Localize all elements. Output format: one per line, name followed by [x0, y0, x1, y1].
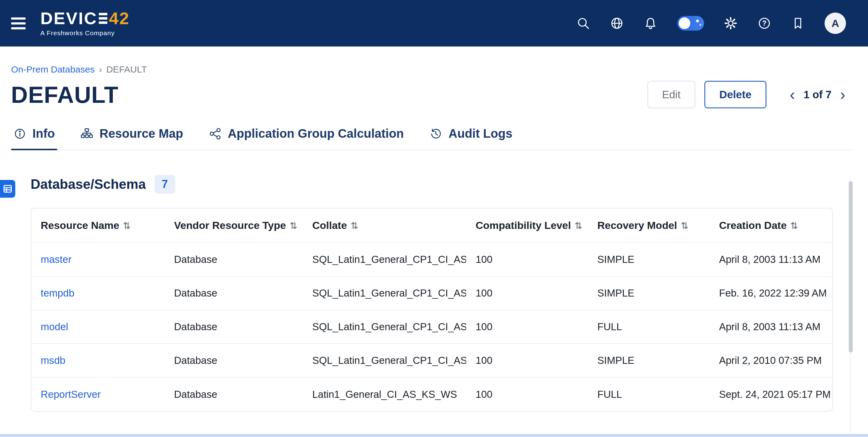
- info-icon: [13, 127, 26, 140]
- logo-text-primary: DEVIC: [40, 10, 97, 27]
- cell-vendor-resource-type: Database: [164, 276, 303, 310]
- cell-creation-date: April 8, 2003 11:13 AM: [710, 310, 832, 344]
- table-row: msdb Database SQL_Latin1_General_CP1_CI_…: [31, 344, 832, 377]
- next-record-button[interactable]: ›: [839, 87, 846, 103]
- audit-logs-history-icon: [429, 127, 442, 140]
- tab-audit-logs[interactable]: Audit Logs: [427, 127, 515, 150]
- section-quicknav-button[interactable]: [0, 180, 15, 198]
- edit-button[interactable]: Edit: [648, 81, 695, 108]
- cell-recovery-model: FULL: [588, 310, 710, 344]
- sort-icon[interactable]: ⇅: [575, 221, 582, 231]
- sort-icon[interactable]: ⇅: [123, 221, 131, 231]
- resource-link[interactable]: model: [41, 321, 68, 332]
- table-row: ReportServer Database Latin1_General_CI_…: [31, 377, 832, 411]
- cell-collate: SQL_Latin1_General_CP1_CI_AS: [303, 243, 466, 276]
- notifications-bell-icon[interactable]: [644, 16, 658, 30]
- resource-link[interactable]: tempdb: [41, 287, 74, 299]
- table-header-row: Resource Name⇅ Vendor Resource Type⇅ Col…: [31, 208, 832, 243]
- section-title: Database/Schema: [31, 177, 146, 192]
- toggle-knob: [679, 18, 690, 29]
- resource-map-icon: [81, 127, 93, 140]
- cell-vendor-resource-type: Database: [164, 344, 303, 377]
- col-label: Recovery Model: [597, 220, 677, 231]
- breadcrumb: On-Prem Databases › DEFAULT: [11, 64, 868, 75]
- tab-info[interactable]: Info: [11, 127, 57, 150]
- top-navbar: DEVIC 42 A Freshworks Company: [0, 0, 868, 47]
- svg-text:?: ?: [762, 19, 767, 27]
- navbar-icons: ? A: [576, 12, 846, 34]
- pagination-label: 1 of 7: [803, 88, 831, 101]
- col-label: Resource Name: [41, 220, 119, 231]
- sort-icon[interactable]: ⇅: [290, 221, 297, 231]
- col-header-compatibility-level[interactable]: Compatibility Level⇅: [466, 208, 588, 243]
- cell-compatibility-level: 100: [466, 243, 588, 276]
- menu-icon[interactable]: [11, 16, 28, 31]
- page-title: DEFAULT: [11, 81, 119, 108]
- vertical-scrollbar-thumb[interactable]: [849, 181, 853, 353]
- breadcrumb-parent-link[interactable]: On-Prem Databases: [11, 64, 94, 75]
- breadcrumb-current: DEFAULT: [106, 64, 147, 75]
- search-icon[interactable]: [576, 16, 590, 30]
- cell-creation-date: Feb. 16, 2022 12:39 AM: [710, 276, 832, 310]
- table-row: master Database SQL_Latin1_General_CP1_C…: [31, 243, 832, 276]
- cell-creation-date: April 8, 2003 11:13 AM: [710, 243, 832, 276]
- cell-vendor-resource-type: Database: [164, 310, 303, 344]
- page-header: DEFAULT Edit Delete ‹ 1 of 7 ›: [0, 81, 868, 108]
- sort-icon[interactable]: ⇅: [350, 221, 358, 231]
- avatar[interactable]: A: [825, 12, 846, 34]
- prev-record-button[interactable]: ‹: [788, 87, 796, 103]
- cell-collate: Latin1_General_CI_AS_KS_WS: [303, 377, 466, 411]
- application-group-icon: [209, 127, 222, 140]
- sort-icon[interactable]: ⇅: [790, 221, 798, 231]
- tab-label: Info: [32, 127, 55, 141]
- resource-link[interactable]: msdb: [41, 355, 65, 366]
- tab-resource-map[interactable]: Resource Map: [78, 127, 185, 150]
- bookmark-icon[interactable]: [791, 16, 805, 30]
- delete-button[interactable]: Delete: [704, 81, 767, 108]
- resource-link[interactable]: ReportServer: [41, 389, 101, 400]
- col-header-creation-date[interactable]: Creation Date⇅: [710, 208, 832, 243]
- cell-collate: SQL_Latin1_General_CP1_CI_AS: [303, 344, 466, 377]
- cell-resource-name: ReportServer: [31, 377, 164, 411]
- record-count-badge: 7: [154, 175, 175, 194]
- resource-link[interactable]: master: [41, 254, 71, 265]
- col-header-recovery-model[interactable]: Recovery Model⇅: [588, 208, 710, 243]
- col-label: Creation Date: [719, 220, 787, 231]
- settings-gear-icon[interactable]: [724, 16, 738, 30]
- cell-vendor-resource-type: Database: [164, 243, 303, 276]
- cell-resource-name: model: [31, 310, 164, 344]
- horizontal-scrollbar-thumb[interactable]: [0, 434, 868, 437]
- col-header-vendor-resource-type[interactable]: Vendor Resource Type⇅: [164, 208, 303, 243]
- toggle-sparkle: [700, 24, 701, 26]
- sort-icon[interactable]: ⇅: [681, 221, 688, 231]
- logo[interactable]: DEVIC 42 A Freshworks Company: [40, 10, 130, 37]
- col-header-resource-name[interactable]: Resource Name⇅: [31, 208, 164, 243]
- page-actions: Edit Delete ‹ 1 of 7 ›: [648, 81, 846, 108]
- globe-icon[interactable]: [610, 16, 624, 30]
- col-label: Vendor Resource Type: [174, 220, 286, 231]
- cell-resource-name: tempdb: [31, 276, 164, 310]
- cell-resource-name: master: [31, 243, 164, 276]
- cell-recovery-model: SIMPLE: [588, 344, 710, 377]
- cell-creation-date: April 2, 2010 07:35 PM: [710, 344, 832, 377]
- cell-collate: SQL_Latin1_General_CP1_CI_AS: [303, 276, 466, 310]
- logo-e-glyph: [99, 13, 107, 24]
- tab-label: Application Group Calculation: [228, 127, 404, 141]
- breadcrumb-separator: ›: [99, 64, 102, 75]
- cell-recovery-model: SIMPLE: [588, 243, 710, 276]
- tab-application-group-calculation[interactable]: Application Group Calculation: [207, 127, 406, 150]
- logo-wordmark: DEVIC 42: [40, 10, 130, 27]
- cell-compatibility-level: 100: [466, 377, 588, 411]
- help-icon[interactable]: ?: [757, 16, 771, 30]
- database-schema-table: Resource Name⇅ Vendor Resource Type⇅ Col…: [31, 208, 833, 412]
- col-label: Compatibility Level: [475, 220, 571, 231]
- section-header: Database/Schema 7: [31, 175, 868, 194]
- cell-vendor-resource-type: Database: [164, 377, 303, 411]
- cell-recovery-model: SIMPLE: [588, 276, 710, 310]
- cell-resource-name: msdb: [31, 344, 164, 377]
- col-header-collate[interactable]: Collate⇅: [303, 208, 466, 243]
- logo-text-accent: 42: [109, 10, 130, 27]
- theme-toggle[interactable]: [677, 16, 704, 31]
- cell-compatibility-level: 100: [466, 344, 588, 377]
- cell-collate: SQL_Latin1_General_CP1_CI_AS: [303, 310, 466, 344]
